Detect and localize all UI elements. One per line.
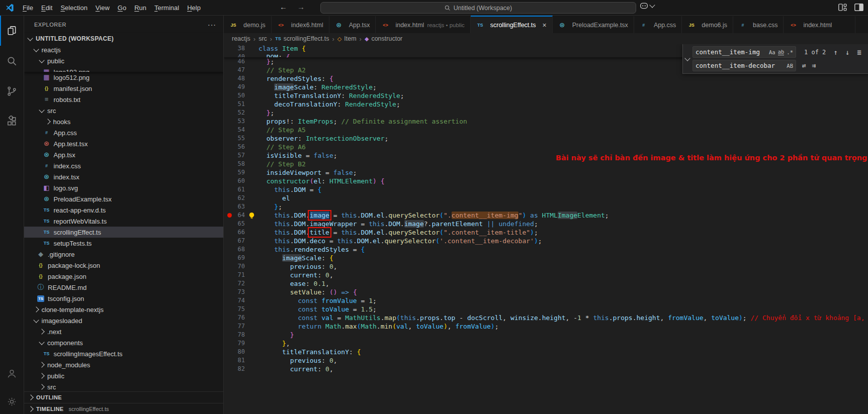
tab-index-html[interactable]: <>index.htmlreactjs • public: [376, 16, 470, 33]
code-line-60[interactable]: 60 constructor(el: HTMLElement) {: [224, 177, 868, 185]
code-line-72[interactable]: 72 ease: 0.1,: [224, 279, 868, 288]
line-number[interactable]: 55: [224, 134, 245, 143]
menu-item-view[interactable]: View: [92, 3, 114, 13]
tree-folder-src[interactable]: src: [24, 381, 223, 391]
line-number[interactable]: 40: [224, 53, 245, 57]
breadcrumb[interactable]: reactjs›src›TSscrollingEffect.ts›◇Item›◆…: [224, 33, 868, 44]
code-line-75[interactable]: 75 const toValue = 1.5;: [224, 305, 868, 314]
toggle-sidebar-icon[interactable]: [854, 3, 864, 12]
menu-item-run[interactable]: Run: [130, 3, 150, 13]
nav-back-button[interactable]: ←: [280, 3, 287, 11]
outline-section-header[interactable]: OUTLINE: [24, 391, 223, 403]
breadcrumb-item-src[interactable]: src: [258, 35, 267, 42]
line-number[interactable]: 48: [224, 74, 245, 83]
replace-button[interactable]: ⇄: [802, 62, 806, 69]
tree-item-reportwebvitals-ts[interactable]: TSreportWebVitals.ts: [24, 216, 223, 227]
menu-item-terminal[interactable]: Terminal: [150, 3, 183, 13]
tree-item-logo192-png[interactable]: ▦logo192.png: [24, 66, 223, 72]
breakpoint-icon[interactable]: [227, 213, 232, 218]
line-number[interactable]: 76: [224, 314, 245, 322]
tree-folder-untitled-workspace[interactable]: UNTITLED (WORKSPACE): [24, 33, 223, 44]
breadcrumb-item-scrollingeffect-ts[interactable]: TSscrollingEffect.ts: [275, 35, 329, 42]
tree-item-preloadexample-tsx[interactable]: ⊛PreloadExample.tsx: [24, 193, 223, 204]
line-number[interactable]: 46: [224, 57, 245, 66]
tab-demo6-js[interactable]: JSdemo6.js: [682, 16, 733, 33]
code-line-71[interactable]: 71 current: 0,: [224, 271, 868, 279]
code-line-54[interactable]: 54 // Step A5: [224, 126, 868, 134]
close-icon[interactable]: ×: [543, 22, 547, 29]
code-line-78[interactable]: 78 }: [224, 331, 868, 339]
line-number[interactable]: 77: [224, 322, 245, 331]
line-number[interactable]: 53: [224, 117, 245, 126]
nav-forward-button[interactable]: →: [297, 3, 305, 11]
tree-item-gitignore[interactable]: ◆.gitignore: [24, 249, 223, 260]
line-number[interactable]: 82: [224, 365, 245, 373]
tree-item-setuptests-ts[interactable]: TSsetupTests.ts: [24, 238, 223, 249]
line-number[interactable]: 61: [224, 185, 245, 194]
tree-folder-hooks[interactable]: hooks: [24, 116, 223, 127]
tree-folder-components[interactable]: components: [24, 337, 223, 348]
explorer-more-actions-icon[interactable]: ···: [208, 21, 216, 29]
tree-item-readme-md[interactable]: ⓘREADME.md: [24, 282, 223, 293]
tree-folder-public[interactable]: public: [24, 55, 223, 66]
tab-partial[interactable]: <>index.html: [784, 16, 855, 33]
code-line-80[interactable]: 80 titleTranslationY: {: [224, 348, 868, 356]
line-number[interactable]: 58: [224, 160, 245, 168]
regex-toggle[interactable]: .*: [787, 49, 793, 55]
account-icon[interactable]: [0, 358, 24, 388]
code-line-61[interactable]: 61 this.DOM = {: [224, 185, 868, 194]
line-number[interactable]: 51: [224, 100, 245, 109]
settings-gear-icon[interactable]: [0, 388, 24, 414]
tab-app-tsx[interactable]: ⊛App.tsx: [329, 16, 376, 33]
code-line-51[interactable]: 51 decoTranslationY: RenderedStyle;: [224, 100, 868, 109]
line-number[interactable]: 68: [224, 245, 245, 254]
line-number[interactable]: 54: [224, 126, 245, 134]
line-number[interactable]: 60: [224, 177, 245, 185]
copilot-button[interactable]: [640, 2, 654, 10]
line-number[interactable]: 80: [224, 348, 245, 356]
preserve-case-toggle[interactable]: AB: [787, 63, 793, 69]
line-number[interactable]: 75: [224, 305, 245, 314]
line-number[interactable]: 69: [224, 254, 245, 262]
code-editor[interactable]: 38class Item {40 DOM: { 46 };47 // Step …: [224, 44, 868, 414]
tree-item-scrollingeffect-ts[interactable]: TSscrollingEffect.ts: [24, 227, 223, 238]
line-number[interactable]: 78: [224, 331, 245, 339]
tree-item-package-lock-json[interactable]: {}package-lock.json: [24, 260, 223, 271]
tree-item-robots-txt[interactable]: ≡robots.txt: [24, 94, 223, 105]
tree-folder-src[interactable]: src: [24, 105, 223, 116]
source-control-icon[interactable]: [0, 76, 24, 106]
menu-item-selection[interactable]: Selection: [56, 3, 91, 13]
line-number[interactable]: 63: [224, 202, 245, 211]
menu-item-file[interactable]: File: [19, 3, 37, 13]
tree-item-index-tsx[interactable]: ⊛index.tsx: [24, 171, 223, 182]
line-number[interactable]: 72: [224, 279, 245, 288]
find-previous-button[interactable]: ↑: [833, 48, 837, 56]
find-next-button[interactable]: ↓: [845, 48, 849, 56]
menu-item-help[interactable]: Help: [183, 3, 205, 13]
code-line-68[interactable]: 68 this.renderedStyles = {: [224, 245, 868, 254]
code-line-48[interactable]: 48 renderedStyles: {: [224, 74, 868, 83]
code-line-63[interactable]: 63 };: [224, 202, 868, 211]
tab-demo-js[interactable]: JSdemo.js: [224, 16, 272, 33]
tree-folder-reactjs[interactable]: reactjs: [24, 44, 223, 55]
menu-item-edit[interactable]: Edit: [37, 3, 56, 13]
code-line-53[interactable]: 53 props!: ItemProps; // Definite assign…: [224, 117, 868, 126]
tab-scrollingeffect-ts[interactable]: TSscrollingEffect.ts×: [471, 16, 553, 33]
tree-item-tsconfig-json[interactable]: TStsconfig.json: [24, 293, 223, 304]
match-case-toggle[interactable]: Aa: [769, 49, 775, 55]
tree-item-manifest-json[interactable]: {}manifest.json: [24, 83, 223, 94]
line-number[interactable]: 59: [224, 168, 245, 177]
tree-folder-next[interactable]: .next: [24, 326, 223, 337]
code-line-67[interactable]: 67 this.DOM.deco = this.DOM.el.querySele…: [224, 237, 868, 245]
replace-all-button[interactable]: ⇉: [812, 62, 816, 69]
line-number[interactable]: 71: [224, 271, 245, 279]
tree-folder-public[interactable]: public: [24, 370, 223, 381]
tree-item-app-test-tsx[interactable]: ⊛App.test.tsx: [24, 138, 223, 149]
breadcrumb-item-reactjs[interactable]: reactjs: [232, 35, 250, 42]
code-line-49[interactable]: 49 imageScale: RenderedStyle;: [224, 83, 868, 91]
line-number[interactable]: 49: [224, 83, 245, 91]
line-number[interactable]: 65: [224, 220, 245, 228]
tree-item-logo-svg[interactable]: ◧logo.svg: [24, 182, 223, 193]
code-line-76[interactable]: 76 const val = MathUtils.map(this.props.…: [224, 314, 868, 322]
code-line-77[interactable]: 77 return Math.max(Math.min(val, toValue…: [224, 322, 868, 331]
